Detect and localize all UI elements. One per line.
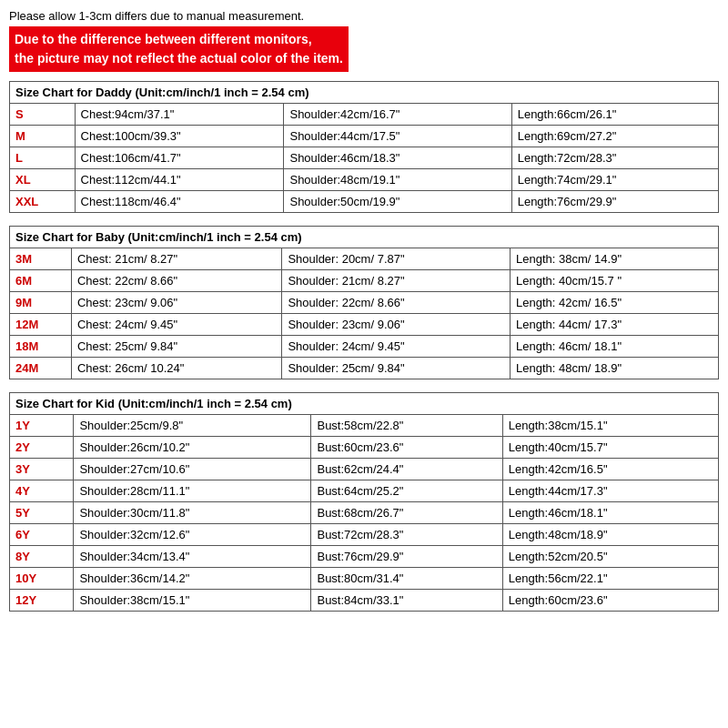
- chest-cell: Chest: 21cm/ 8.27": [71, 248, 281, 270]
- bust-cell: Bust:62cm/24.4": [311, 459, 502, 480]
- length-cell: Length:46cm/18.1": [502, 502, 718, 524]
- table-row: 12YShoulder:38cm/15.1"Bust:84cm/33.1"Len…: [10, 590, 719, 612]
- table-row: XLChest:112cm/44.1"Shoulder:48cm/19.1"Le…: [10, 169, 719, 191]
- size-cell: XL: [10, 169, 76, 191]
- notice-line1: Please allow 1-3cm differs due to manual…: [9, 9, 719, 23]
- shoulder-cell: Shoulder:36cm/14.2": [74, 568, 311, 590]
- daddy-table-header: Size Chart for Daddy (Unit:cm/inch/1 inc…: [10, 82, 719, 104]
- length-cell: Length:40cm/15.7": [502, 437, 718, 459]
- table-row: 10YShoulder:36cm/14.2"Bust:80cm/31.4"Len…: [10, 568, 719, 590]
- chest-cell: Chest:112cm/44.1": [75, 169, 284, 191]
- length-cell: Length:42cm/16.5": [502, 459, 718, 480]
- chest-cell: Chest:118cm/46.4": [75, 191, 284, 213]
- length-cell: Length: 48cm/ 18.9": [511, 358, 719, 379]
- table-row: 1YShoulder:25cm/9.8"Bust:58cm/22.8"Lengt…: [10, 415, 719, 437]
- size-cell: 10Y: [10, 568, 74, 590]
- size-cell: 9M: [10, 292, 72, 314]
- table-row: 24MChest: 26cm/ 10.24"Shoulder: 25cm/ 9.…: [10, 358, 719, 379]
- length-cell: Length: 40cm/15.7 ": [511, 270, 719, 292]
- chest-cell: Chest:94cm/37.1": [75, 104, 284, 126]
- baby-table-header: Size Chart for Baby (Unit:cm/inch/1 inch…: [10, 227, 719, 248]
- table-row: XXLChest:118cm/46.4"Shoulder:50cm/19.9"L…: [10, 191, 719, 213]
- shoulder-cell: Shoulder:32cm/12.6": [74, 524, 311, 546]
- shoulder-cell: Shoulder: 25cm/ 9.84": [282, 358, 511, 379]
- bust-cell: Bust:84cm/33.1": [311, 590, 502, 612]
- size-cell: L: [10, 147, 76, 169]
- chest-cell: Chest: 22cm/ 8.66": [71, 270, 281, 292]
- table-row: MChest:100cm/39.3"Shoulder:44cm/17.5"Len…: [10, 126, 719, 147]
- length-cell: Length:52cm/20.5": [502, 546, 718, 568]
- length-cell: Length:76cm/29.9": [511, 191, 718, 213]
- size-cell: 18M: [10, 336, 72, 358]
- daddy-table-rows: Size Chart for Daddy (Unit:cm/inch/1 inc…: [9, 81, 719, 213]
- shoulder-cell: Shoulder: 22cm/ 8.66": [282, 292, 511, 314]
- shoulder-cell: Shoulder:48cm/19.1": [284, 169, 511, 191]
- shoulder-cell: Shoulder: 20cm/ 7.87": [282, 248, 511, 270]
- shoulder-cell: Shoulder:27cm/10.6": [74, 459, 311, 480]
- size-cell: 5Y: [10, 502, 74, 524]
- shoulder-cell: Shoulder:42cm/16.7": [284, 104, 511, 126]
- size-cell: 12Y: [10, 590, 74, 612]
- length-cell: Length:74cm/29.1": [511, 169, 718, 191]
- length-cell: Length: 46cm/ 18.1": [511, 336, 719, 358]
- kid-table-header: Size Chart for Kid (Unit:cm/inch/1 inch …: [10, 393, 719, 415]
- length-cell: Length:56cm/22.1": [502, 568, 718, 590]
- table-row: LChest:106cm/41.7"Shoulder:46cm/18.3"Len…: [10, 147, 719, 169]
- size-cell: 12M: [10, 314, 72, 336]
- bust-cell: Bust:64cm/25.2": [311, 480, 502, 502]
- length-cell: Length:60cm/23.6": [502, 590, 718, 612]
- length-cell: Length:66cm/26.1": [511, 104, 718, 126]
- baby-size-table: Size Chart for Baby (Unit:cm/inch/1 inch…: [9, 226, 719, 379]
- table-row: 6MChest: 22cm/ 8.66"Shoulder: 21cm/ 8.27…: [10, 270, 719, 292]
- bust-cell: Bust:80cm/31.4": [311, 568, 502, 590]
- chest-cell: Chest: 26cm/ 10.24": [71, 358, 281, 379]
- length-cell: Length: 38cm/ 14.9": [511, 248, 719, 270]
- table-row: 3YShoulder:27cm/10.6"Bust:62cm/24.4"Leng…: [10, 459, 719, 480]
- length-cell: Length: 42cm/ 16.5": [511, 292, 719, 314]
- shoulder-cell: Shoulder:34cm/13.4": [74, 546, 311, 568]
- shoulder-cell: Shoulder: 21cm/ 8.27": [282, 270, 511, 292]
- size-cell: 6Y: [10, 524, 74, 546]
- size-cell: XXL: [10, 191, 76, 213]
- length-cell: Length: 44cm/ 17.3": [511, 314, 719, 336]
- chest-cell: Chest: 24cm/ 9.45": [71, 314, 281, 336]
- chest-cell: Chest: 23cm/ 9.06": [71, 292, 281, 314]
- table-row: 8YShoulder:34cm/13.4"Bust:76cm/29.9"Leng…: [10, 546, 719, 568]
- length-cell: Length:38cm/15.1": [502, 415, 718, 437]
- shoulder-cell: Shoulder:46cm/18.3": [284, 147, 511, 169]
- shoulder-cell: Shoulder:25cm/9.8": [74, 415, 311, 437]
- size-cell: 2Y: [10, 437, 74, 459]
- size-cell: 8Y: [10, 546, 74, 568]
- shoulder-cell: Shoulder:38cm/15.1": [74, 590, 311, 612]
- table-row: 2YShoulder:26cm/10.2"Bust:60cm/23.6"Leng…: [10, 437, 719, 459]
- size-cell: 24M: [10, 358, 72, 379]
- size-cell: 3Y: [10, 459, 74, 480]
- table-row: 3MChest: 21cm/ 8.27"Shoulder: 20cm/ 7.87…: [10, 248, 719, 270]
- chest-cell: Chest:100cm/39.3": [75, 126, 284, 147]
- length-cell: Length:72cm/28.3": [511, 147, 718, 169]
- shoulder-cell: Shoulder:30cm/11.8": [74, 502, 311, 524]
- size-cell: S: [10, 104, 76, 126]
- length-cell: Length:69cm/27.2": [511, 126, 718, 147]
- chest-cell: Chest: 25cm/ 9.84": [71, 336, 281, 358]
- table-row: SChest:94cm/37.1"Shoulder:42cm/16.7"Leng…: [10, 104, 719, 126]
- bust-cell: Bust:60cm/23.6": [311, 437, 502, 459]
- table-row: 12MChest: 24cm/ 9.45"Shoulder: 23cm/ 9.0…: [10, 314, 719, 336]
- size-cell: M: [10, 126, 76, 147]
- table-row: 9MChest: 23cm/ 9.06"Shoulder: 22cm/ 8.66…: [10, 292, 719, 314]
- size-cell: 6M: [10, 270, 72, 292]
- table-row: 18MChest: 25cm/ 9.84"Shoulder: 24cm/ 9.4…: [10, 336, 719, 358]
- table-row: 6YShoulder:32cm/12.6"Bust:72cm/28.3"Leng…: [10, 524, 719, 546]
- table-row: 5YShoulder:30cm/11.8"Bust:68cm/26.7"Leng…: [10, 502, 719, 524]
- length-cell: Length:44cm/17.3": [502, 480, 718, 502]
- shoulder-cell: Shoulder: 24cm/ 9.45": [282, 336, 511, 358]
- bust-cell: Bust:72cm/28.3": [311, 524, 502, 546]
- shoulder-cell: Shoulder:26cm/10.2": [74, 437, 311, 459]
- bust-cell: Bust:76cm/29.9": [311, 546, 502, 568]
- table-row: 4YShoulder:28cm/11.1"Bust:64cm/25.2"Leng…: [10, 480, 719, 502]
- size-cell: 4Y: [10, 480, 74, 502]
- size-cell: 1Y: [10, 415, 74, 437]
- size-cell: 3M: [10, 248, 72, 270]
- length-cell: Length:48cm/18.9": [502, 524, 718, 546]
- shoulder-cell: Shoulder:50cm/19.9": [284, 191, 511, 213]
